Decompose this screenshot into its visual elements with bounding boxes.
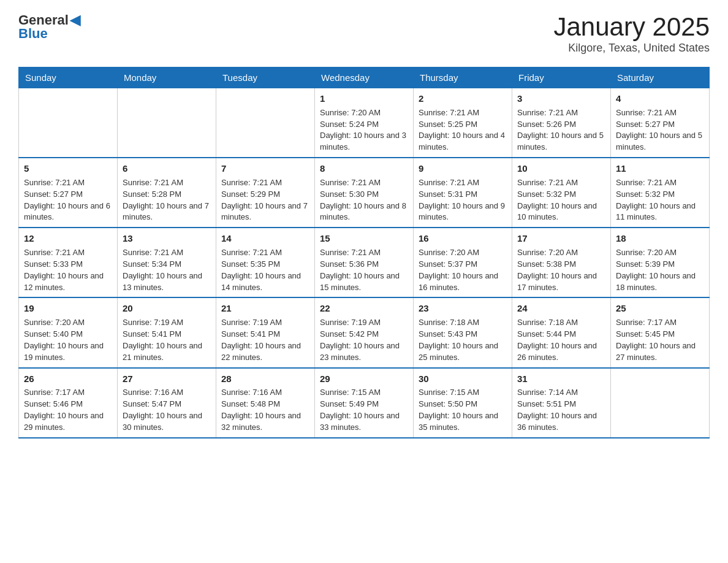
- day-number: 11: [616, 162, 704, 175]
- sunrise-text: Sunrise: 7:21 AM: [517, 108, 578, 117]
- table-row: 15Sunrise: 7:21 AMSunset: 5:36 PMDayligh…: [315, 228, 414, 297]
- daylight-text: Daylight: 10 hours and 7 minutes.: [123, 201, 209, 222]
- calendar-row: 1Sunrise: 7:20 AMSunset: 5:24 PMDaylight…: [19, 88, 710, 158]
- sunset-text: Sunset: 5:40 PM: [24, 329, 83, 339]
- table-row: 24Sunrise: 7:18 AMSunset: 5:44 PMDayligh…: [512, 297, 611, 367]
- day-number: 24: [517, 302, 605, 315]
- day-number: 7: [221, 162, 309, 175]
- daylight-text: Daylight: 10 hours and 23 minutes.: [320, 341, 400, 362]
- table-row: [118, 88, 216, 158]
- daylight-text: Daylight: 10 hours and 11 minutes.: [616, 201, 696, 222]
- day-number: 29: [320, 372, 408, 386]
- sunset-text: Sunset: 5:30 PM: [320, 190, 379, 199]
- daylight-text: Daylight: 10 hours and 17 minutes.: [517, 271, 597, 292]
- daylight-text: Daylight: 10 hours and 35 minutes.: [419, 411, 498, 432]
- day-number: 28: [221, 372, 309, 386]
- daylight-text: Daylight: 10 hours and 19 minutes.: [24, 341, 104, 362]
- sunset-text: Sunset: 5:35 PM: [221, 259, 280, 269]
- table-row: 10Sunrise: 7:21 AMSunset: 5:32 PMDayligh…: [512, 158, 611, 228]
- col-saturday: Saturday: [611, 67, 710, 88]
- table-row: 4Sunrise: 7:21 AMSunset: 5:27 PMDaylight…: [611, 88, 710, 158]
- sunrise-text: Sunrise: 7:20 AM: [517, 248, 578, 257]
- table-row: 5Sunrise: 7:21 AMSunset: 5:27 PMDaylight…: [19, 158, 118, 228]
- logo-blue-text: Blue: [18, 26, 48, 42]
- table-row: 21Sunrise: 7:19 AMSunset: 5:41 PMDayligh…: [216, 297, 315, 367]
- day-number: 31: [517, 372, 605, 386]
- day-number: 10: [517, 162, 605, 175]
- sunset-text: Sunset: 5:28 PM: [123, 190, 181, 199]
- sunrise-text: Sunrise: 7:17 AM: [616, 318, 677, 327]
- day-number: 26: [24, 372, 112, 386]
- daylight-text: Daylight: 10 hours and 5 minutes.: [517, 131, 604, 151]
- sunset-text: Sunset: 5:41 PM: [123, 329, 181, 339]
- day-number: 20: [123, 302, 211, 315]
- sunset-text: Sunset: 5:32 PM: [616, 190, 675, 199]
- sunrise-text: Sunrise: 7:18 AM: [517, 318, 578, 327]
- table-row: 7Sunrise: 7:21 AMSunset: 5:29 PMDaylight…: [216, 158, 315, 228]
- daylight-text: Daylight: 10 hours and 29 minutes.: [24, 411, 104, 432]
- daylight-text: Daylight: 10 hours and 6 minutes.: [24, 201, 110, 222]
- table-row: 2Sunrise: 7:21 AMSunset: 5:25 PMDaylight…: [414, 88, 512, 158]
- title-block: January 2025 Kilgore, Texas, United Stat…: [553, 12, 710, 55]
- day-number: 4: [616, 92, 704, 105]
- calendar-table: Sunday Monday Tuesday Wednesday Thursday…: [18, 67, 710, 439]
- day-number: 21: [221, 302, 309, 315]
- day-number: 17: [517, 232, 605, 245]
- table-row: 9Sunrise: 7:21 AMSunset: 5:31 PMDaylight…: [414, 158, 512, 228]
- daylight-text: Daylight: 10 hours and 8 minutes.: [320, 201, 406, 222]
- sunrise-text: Sunrise: 7:16 AM: [123, 388, 183, 397]
- sunrise-text: Sunrise: 7:19 AM: [221, 318, 282, 327]
- sunset-text: Sunset: 5:24 PM: [320, 120, 379, 129]
- sunset-text: Sunset: 5:44 PM: [517, 329, 576, 339]
- sunset-text: Sunset: 5:27 PM: [616, 120, 675, 129]
- sunrise-text: Sunrise: 7:21 AM: [517, 178, 578, 187]
- table-row: 30Sunrise: 7:15 AMSunset: 5:50 PMDayligh…: [414, 368, 512, 438]
- sunset-text: Sunset: 5:49 PM: [320, 399, 379, 408]
- table-row: 23Sunrise: 7:18 AMSunset: 5:43 PMDayligh…: [414, 297, 512, 367]
- daylight-text: Daylight: 10 hours and 3 minutes.: [320, 131, 406, 151]
- daylight-text: Daylight: 10 hours and 27 minutes.: [616, 341, 696, 362]
- sunrise-text: Sunrise: 7:15 AM: [419, 388, 479, 397]
- table-row: 28Sunrise: 7:16 AMSunset: 5:48 PMDayligh…: [216, 368, 315, 438]
- table-row: 17Sunrise: 7:20 AMSunset: 5:38 PMDayligh…: [512, 228, 611, 297]
- day-number: 8: [320, 162, 408, 175]
- table-row: 18Sunrise: 7:20 AMSunset: 5:39 PMDayligh…: [611, 228, 710, 297]
- day-number: 15: [320, 232, 408, 245]
- sunset-text: Sunset: 5:37 PM: [419, 259, 477, 269]
- sunrise-text: Sunrise: 7:21 AM: [320, 178, 381, 187]
- col-wednesday: Wednesday: [315, 67, 414, 88]
- sunset-text: Sunset: 5:46 PM: [24, 399, 83, 408]
- day-number: 5: [24, 162, 112, 175]
- sunset-text: Sunset: 5:27 PM: [24, 190, 83, 199]
- sunrise-text: Sunrise: 7:20 AM: [616, 248, 677, 257]
- col-monday: Monday: [118, 67, 216, 88]
- daylight-text: Daylight: 10 hours and 14 minutes.: [221, 271, 301, 292]
- calendar-row: 5Sunrise: 7:21 AMSunset: 5:27 PMDaylight…: [19, 158, 710, 228]
- sunset-text: Sunset: 5:50 PM: [419, 399, 477, 408]
- sunrise-text: Sunrise: 7:16 AM: [221, 388, 282, 397]
- daylight-text: Daylight: 10 hours and 22 minutes.: [221, 341, 301, 362]
- sunset-text: Sunset: 5:42 PM: [320, 329, 379, 339]
- day-number: 18: [616, 232, 704, 245]
- table-row: [19, 88, 118, 158]
- day-number: 25: [616, 302, 704, 315]
- table-row: 20Sunrise: 7:19 AMSunset: 5:41 PMDayligh…: [118, 297, 216, 367]
- page-header: General ◀ Blue January 2025 Kilgore, Tex…: [18, 12, 710, 55]
- table-row: 6Sunrise: 7:21 AMSunset: 5:28 PMDaylight…: [118, 158, 216, 228]
- day-number: 1: [320, 92, 408, 105]
- table-row: 13Sunrise: 7:21 AMSunset: 5:34 PMDayligh…: [118, 228, 216, 297]
- daylight-text: Daylight: 10 hours and 4 minutes.: [419, 131, 505, 151]
- table-row: 12Sunrise: 7:21 AMSunset: 5:33 PMDayligh…: [19, 228, 118, 297]
- sunset-text: Sunset: 5:38 PM: [517, 259, 576, 269]
- table-row: [216, 88, 315, 158]
- day-number: 27: [123, 372, 211, 386]
- sunrise-text: Sunrise: 7:20 AM: [419, 248, 479, 257]
- calendar-header-row: Sunday Monday Tuesday Wednesday Thursday…: [19, 67, 710, 88]
- daylight-text: Daylight: 10 hours and 9 minutes.: [419, 201, 505, 222]
- sunset-text: Sunset: 5:48 PM: [221, 399, 280, 408]
- sunrise-text: Sunrise: 7:21 AM: [616, 108, 677, 117]
- table-row: 19Sunrise: 7:20 AMSunset: 5:40 PMDayligh…: [19, 297, 118, 367]
- sunrise-text: Sunrise: 7:21 AM: [616, 178, 677, 187]
- sunset-text: Sunset: 5:47 PM: [123, 399, 181, 408]
- sunrise-text: Sunrise: 7:14 AM: [517, 388, 578, 397]
